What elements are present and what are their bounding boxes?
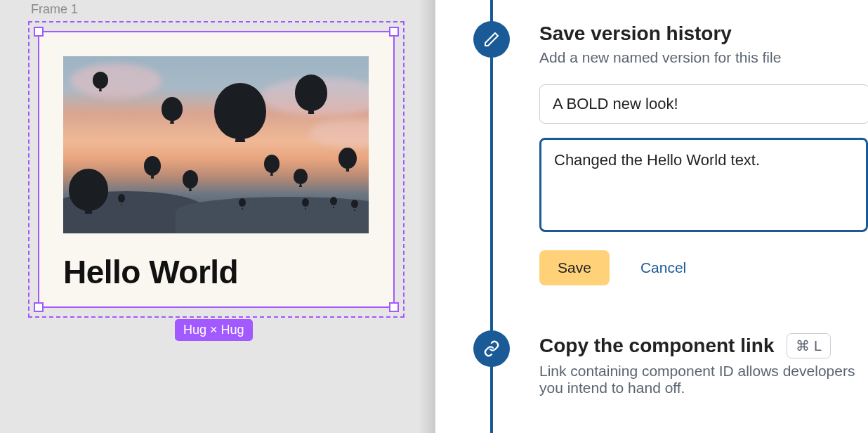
save-version-section: Save version history Add a new named ver… bbox=[539, 22, 868, 285]
pane-shadow bbox=[419, 0, 435, 433]
version-description-input[interactable] bbox=[539, 138, 868, 232]
link-icon bbox=[473, 330, 510, 367]
resize-handle-bottom-left[interactable] bbox=[34, 302, 44, 312]
section-subtitle: Link containing component ID allows deve… bbox=[539, 363, 868, 396]
section-title: Copy the component link bbox=[539, 335, 774, 357]
section-title: Save version history bbox=[539, 22, 868, 45]
copy-link-section: Copy the component link ⌘ L Link contain… bbox=[539, 333, 868, 396]
resize-handle-top-right[interactable] bbox=[389, 27, 399, 37]
section-subtitle: Add a new named version for this file bbox=[539, 49, 868, 66]
resize-handle-top-left[interactable] bbox=[34, 27, 44, 37]
selected-frame[interactable]: Hello World bbox=[38, 31, 395, 308]
autolayout-size-badge: Hug × Hug bbox=[175, 319, 253, 341]
version-name-input[interactable] bbox=[539, 84, 868, 124]
timeline-line bbox=[490, 0, 493, 433]
canvas-pane: Frame 1 Hello World Hug × Hug bbox=[0, 0, 435, 433]
save-button[interactable]: Save bbox=[539, 250, 610, 285]
frame-label[interactable]: Frame 1 bbox=[31, 2, 78, 17]
resize-handle-bottom-right[interactable] bbox=[389, 302, 399, 312]
instructions-pane: Save version history Add a new named ver… bbox=[435, 0, 868, 433]
card-title-text[interactable]: Hello World bbox=[63, 253, 369, 291]
card-image bbox=[63, 56, 369, 233]
keyboard-shortcut-badge: ⌘ L bbox=[787, 333, 831, 358]
pencil-icon bbox=[473, 21, 510, 58]
cancel-button[interactable]: Cancel bbox=[640, 259, 686, 276]
